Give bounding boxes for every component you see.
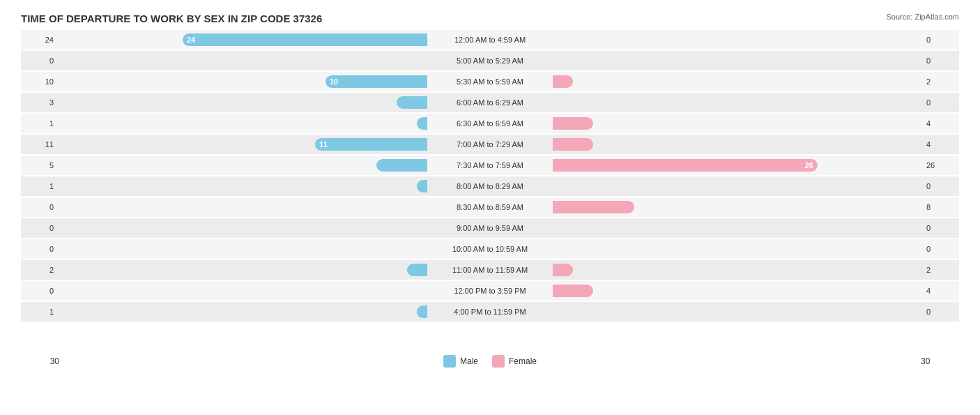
female-value: 4 xyxy=(921,287,959,295)
female-bar xyxy=(553,75,573,88)
female-value: 0 xyxy=(921,182,959,190)
female-bar-container xyxy=(553,138,921,151)
male-bar: 10 xyxy=(326,75,427,88)
female-bar-container xyxy=(553,96,921,109)
female-bar-container xyxy=(553,305,921,318)
male-bar xyxy=(407,264,427,276)
chart-row: 10105:30 AM to 5:59 AM2 xyxy=(21,72,959,91)
male-bar-container xyxy=(59,96,427,109)
chart-row: 242412:00 AM to 4:59 AM0 xyxy=(21,30,959,50)
bottom-right-value: 30 xyxy=(921,356,959,366)
male-value: 1 xyxy=(21,182,59,190)
chart-row: 36:00 AM to 6:29 AM0 xyxy=(21,93,959,112)
time-range-label: 11:00 AM to 11:59 AM xyxy=(427,266,553,274)
chart-row: 11117:00 AM to 7:29 AM4 xyxy=(21,135,959,154)
male-value: 2 xyxy=(21,266,59,274)
female-bar xyxy=(553,117,593,130)
female-value: 0 xyxy=(921,56,959,65)
male-value: 24 xyxy=(21,36,59,44)
male-bar-container xyxy=(59,201,427,213)
female-value: 26 xyxy=(921,161,959,169)
chart-row: 08:30 AM to 8:59 AM8 xyxy=(21,197,959,217)
female-bar-container: 26 xyxy=(553,159,921,172)
male-bar xyxy=(397,96,427,109)
time-range-label: 7:00 AM to 7:29 AM xyxy=(427,140,553,149)
time-range-label: 6:30 AM to 6:59 AM xyxy=(427,119,553,128)
female-bar-container xyxy=(553,243,921,255)
chart-container: TIME OF DEPARTURE TO WORK BY SEX IN ZIP … xyxy=(0,0,980,415)
time-range-label: 12:00 PM to 3:59 PM xyxy=(427,287,553,295)
legend: Male Female xyxy=(59,355,921,368)
male-bar-container xyxy=(59,305,427,318)
female-value: 0 xyxy=(921,224,959,232)
female-value: 4 xyxy=(921,140,959,149)
male-bar xyxy=(417,180,427,193)
male-value: 10 xyxy=(21,77,59,86)
male-bar-container xyxy=(59,243,427,255)
female-value: 4 xyxy=(921,119,959,128)
female-bar-container xyxy=(553,222,921,234)
male-bar-container xyxy=(59,117,427,130)
female-bar-container xyxy=(553,117,921,130)
male-value: 0 xyxy=(21,224,59,232)
female-bar xyxy=(553,264,573,276)
male-bar xyxy=(417,117,427,130)
male-bar-container xyxy=(59,54,427,67)
male-bar-container: 24 xyxy=(59,33,427,46)
legend-female: Female xyxy=(492,355,537,368)
female-value: 0 xyxy=(921,308,959,316)
female-value: 0 xyxy=(921,245,959,253)
time-range-label: 5:30 AM to 5:59 AM xyxy=(427,77,553,86)
female-bar xyxy=(553,285,593,297)
male-bar: 24 xyxy=(183,33,427,46)
bottom-area: 30 Male Female 30 xyxy=(21,355,959,368)
chart-title: TIME OF DEPARTURE TO WORK BY SEX IN ZIP … xyxy=(21,13,959,24)
chart-row: 012:00 PM to 3:59 PM4 xyxy=(21,281,959,301)
female-bar-container xyxy=(553,33,921,46)
female-bar-container xyxy=(553,75,921,88)
legend-male-box xyxy=(443,355,456,368)
male-bar xyxy=(417,305,427,318)
female-value: 0 xyxy=(921,98,959,107)
male-bar-container: 10 xyxy=(59,75,427,88)
female-bar-container xyxy=(553,180,921,193)
time-range-label: 12:00 AM to 4:59 AM xyxy=(427,36,553,44)
female-value: 2 xyxy=(921,266,959,274)
male-bar-container xyxy=(59,264,427,276)
female-bar-container xyxy=(553,54,921,67)
time-range-label: 4:00 PM to 11:59 PM xyxy=(427,308,553,316)
chart-row: 05:00 AM to 5:29 AM0 xyxy=(21,51,959,70)
male-value: 1 xyxy=(21,308,59,316)
male-bar-container xyxy=(59,180,427,193)
female-bar: 26 xyxy=(553,159,818,172)
chart-row: 18:00 AM to 8:29 AM0 xyxy=(21,176,959,196)
male-bar-container: 11 xyxy=(59,138,427,151)
time-range-label: 5:00 AM to 5:29 AM xyxy=(427,56,553,65)
time-range-label: 10:00 AM to 10:59 AM xyxy=(427,245,553,253)
legend-female-box xyxy=(492,355,505,368)
female-value: 0 xyxy=(921,36,959,44)
time-range-label: 9:00 AM to 9:59 AM xyxy=(427,224,553,232)
male-bar-container xyxy=(59,222,427,234)
bottom-left-value: 30 xyxy=(21,356,59,366)
male-value: 11 xyxy=(21,140,59,149)
legend-male: Male xyxy=(443,355,478,368)
male-value: 5 xyxy=(21,161,59,169)
time-range-label: 6:00 AM to 6:29 AM xyxy=(427,98,553,107)
male-value: 0 xyxy=(21,203,59,211)
female-bar-container xyxy=(553,285,921,297)
male-bar xyxy=(376,159,427,172)
chart-row: 09:00 AM to 9:59 AM0 xyxy=(21,218,959,238)
chart-row: 16:30 AM to 6:59 AM4 xyxy=(21,114,959,133)
male-value: 0 xyxy=(21,245,59,253)
male-bar-container xyxy=(59,159,427,172)
female-value: 2 xyxy=(921,77,959,86)
male-value: 0 xyxy=(21,56,59,65)
source-text: Source: ZipAtlas.com xyxy=(886,13,959,21)
male-bar: 11 xyxy=(315,138,427,151)
male-value: 0 xyxy=(21,287,59,295)
legend-female-label: Female xyxy=(509,356,537,366)
female-value: 8 xyxy=(921,203,959,211)
male-value: 1 xyxy=(21,119,59,128)
chart-row: 010:00 AM to 10:59 AM0 xyxy=(21,239,959,259)
